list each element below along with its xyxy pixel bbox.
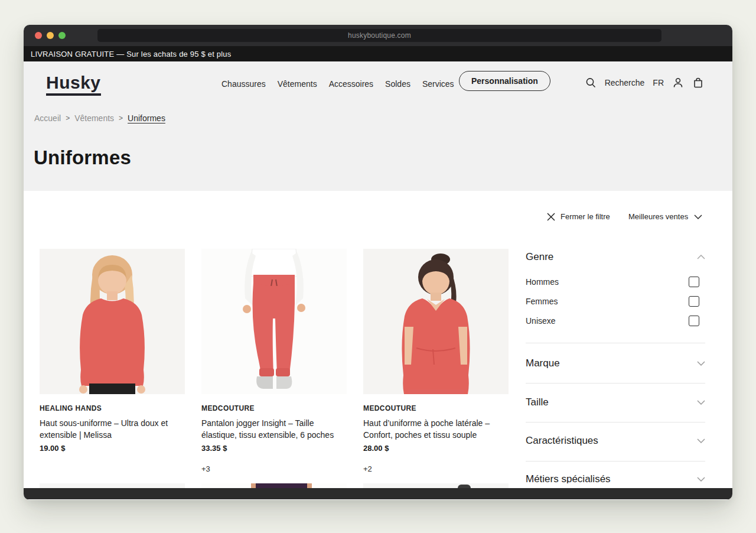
product-more-colors: +3 <box>201 464 347 473</box>
product-brand: MEDCOUTURE <box>363 404 509 412</box>
breadcrumb: Accueil > Vêtements > Uniformes <box>34 113 165 123</box>
checkbox-hommes[interactable] <box>689 277 699 287</box>
filter-option-label: Femmes <box>526 297 558 306</box>
partial-photo-detail <box>256 483 307 488</box>
breadcrumb-separator: > <box>66 114 70 122</box>
search-icon[interactable] <box>585 77 597 89</box>
divider <box>526 343 705 343</box>
chevron-down-icon <box>697 400 705 405</box>
site-header: Husky Chaussures Vêtements Accessoires S… <box>24 61 732 191</box>
filter-option-unisexe[interactable]: Unisexe <box>526 314 705 328</box>
zoom-window-button[interactable] <box>58 32 66 39</box>
filter-option-label: Unisexe <box>526 316 556 326</box>
product-title[interactable]: Haut d’uniforme à poche latérale – Confo… <box>363 417 509 441</box>
checkbox-unisexe[interactable] <box>689 316 699 326</box>
nav-item-vetements[interactable]: Vêtements <box>278 79 317 89</box>
product-more-colors: +2 <box>363 464 509 473</box>
checkbox-femmes[interactable] <box>689 296 699 307</box>
product-brand: HEALING HANDS <box>40 404 185 412</box>
product-photo-jogger-pants <box>201 249 347 394</box>
filter-section-label: Genre <box>526 251 553 263</box>
filter-section-marque[interactable]: Marque <box>526 356 705 370</box>
product-brand: MEDCOUTURE <box>201 404 347 412</box>
browser-window: huskyboutique.com LIVRAISON GRATUITE — S… <box>24 25 732 500</box>
main-content: Fermer le filtre Meilleures ventes <box>24 191 732 483</box>
promo-text: LIVRAISON GRATUITE — Sur les achats de 9… <box>31 50 231 58</box>
filter-section-label: Taille <box>526 396 549 408</box>
cart-icon[interactable] <box>692 77 704 89</box>
filter-section-genre[interactable]: Genre <box>526 250 705 264</box>
product-price: 28.00 $ <box>363 444 509 453</box>
product-image-partial[interactable] <box>363 483 509 488</box>
breadcrumb-separator: > <box>119 114 123 122</box>
nav-item-accessoires[interactable]: Accessoires <box>329 79 373 89</box>
product-price: 19.00 $ <box>40 444 185 453</box>
divider <box>526 383 705 384</box>
product-photo-long-sleeve-top <box>40 249 185 394</box>
partial-photo-detail <box>251 483 256 488</box>
breadcrumb-link-vetements[interactable]: Vêtements <box>74 113 114 123</box>
filter-option-femmes[interactable]: Femmes <box>526 294 705 308</box>
product-price: 33.35 $ <box>201 444 347 453</box>
main-nav: Chaussures Vêtements Accessoires Soldes … <box>221 79 454 89</box>
personalization-button[interactable]: Personnalisation <box>459 71 550 91</box>
filter-sidebar: Genre Hommes Femmes Unisexe Marque <box>526 191 705 483</box>
product-image[interactable] <box>40 249 185 394</box>
product-grid: HEALING HANDS Haut sous-uniforme – Ultra… <box>40 249 509 473</box>
partial-photo-detail <box>307 483 312 488</box>
url-bar[interactable]: huskyboutique.com <box>97 29 662 42</box>
filter-section-taille[interactable]: Taille <box>526 395 705 410</box>
promo-banner: LIVRAISON GRATUITE — Sur les achats de 9… <box>24 46 732 61</box>
chevron-up-icon <box>697 255 705 259</box>
header-actions: Recherche FR <box>585 77 704 89</box>
product-image[interactable] <box>363 249 509 394</box>
product-image[interactable] <box>201 249 347 394</box>
product-image-partial[interactable] <box>201 483 347 488</box>
filter-option-label: Hommes <box>526 277 559 287</box>
divider <box>526 461 705 462</box>
close-window-button[interactable] <box>35 32 42 39</box>
chevron-down-icon <box>697 477 705 482</box>
product-photo-vneck-scrub-top <box>363 249 509 394</box>
product-title[interactable]: Pantalon jogger Insight – Taille élastiq… <box>201 417 347 441</box>
filter-section-label: Marque <box>526 358 560 369</box>
filter-section-caracteristiques[interactable]: Caractéristiques <box>526 434 705 448</box>
breadcrumb-current[interactable]: Uniformes <box>128 113 165 123</box>
page-title: Uniformes <box>34 147 131 169</box>
chevron-down-icon <box>697 438 705 443</box>
product-card[interactable]: HEALING HANDS Haut sous-uniforme – Ultra… <box>40 249 185 473</box>
nav-item-chaussures[interactable]: Chaussures <box>221 79 266 89</box>
filter-option-hommes[interactable]: Hommes <box>526 275 705 289</box>
minimize-window-button[interactable] <box>47 32 54 39</box>
nav-item-soldes[interactable]: Soldes <box>385 79 410 89</box>
chevron-down-icon <box>697 361 705 366</box>
site-footer-partial <box>24 488 732 499</box>
language-switch[interactable]: FR <box>653 78 664 87</box>
url-text: huskyboutique.com <box>348 31 411 40</box>
product-card[interactable]: MEDCOUTURE Pantalon jogger Insight – Tai… <box>201 249 347 473</box>
nav-item-services[interactable]: Services <box>422 79 454 89</box>
search-label[interactable]: Recherche <box>605 78 645 87</box>
breadcrumb-link-accueil[interactable]: Accueil <box>34 113 61 123</box>
browser-chrome: huskyboutique.com <box>24 25 732 46</box>
divider <box>526 422 705 422</box>
product-title[interactable]: Haut sous-uniforme – Ultra doux et exten… <box>40 417 185 441</box>
logo[interactable]: Husky <box>46 73 101 96</box>
product-card[interactable]: MEDCOUTURE Haut d’uniforme à poche latér… <box>363 249 509 473</box>
window-controls <box>35 32 66 39</box>
product-image-partial[interactable] <box>40 483 185 488</box>
partial-photo-detail <box>458 485 471 488</box>
next-product-row-partial <box>24 483 732 488</box>
filter-section-label: Caractéristiques <box>526 435 598 447</box>
account-icon[interactable] <box>672 77 684 89</box>
